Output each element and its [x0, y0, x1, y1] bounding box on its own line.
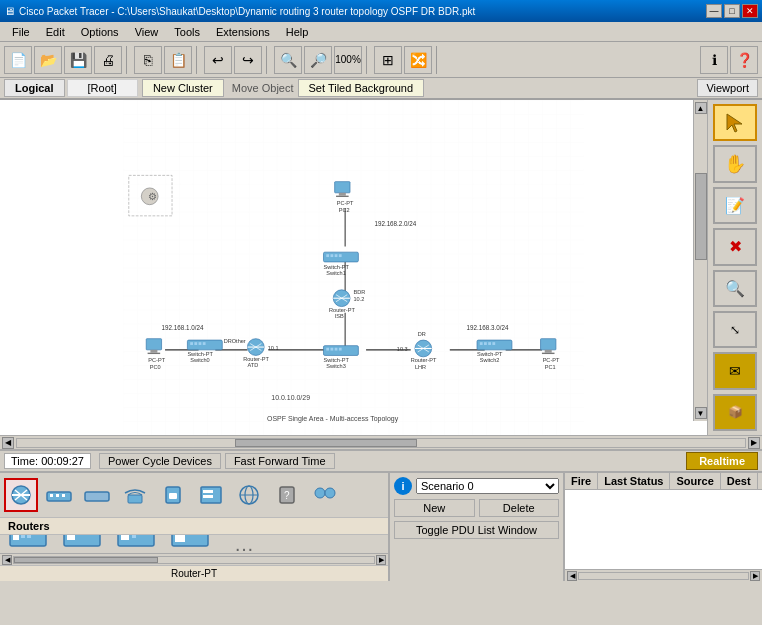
svg-text:Switch-PT: Switch-PT [187, 351, 213, 357]
viewport-button[interactable]: Viewport [697, 79, 758, 97]
select-tool-button[interactable] [713, 104, 757, 141]
hand-tool-button[interactable]: ✋ [713, 145, 757, 182]
svg-rect-93 [62, 494, 65, 497]
canvas[interactable]: PC-PT PC2 Switch-PT Switch1 Router-PT [0, 100, 707, 435]
zoom-reset-button[interactable]: 100% [334, 46, 362, 74]
toggle-pdu-button[interactable]: Toggle PDU List Window [394, 521, 559, 539]
copy-button[interactable]: ⎘ [134, 46, 162, 74]
redo-button[interactable]: ↪ [234, 46, 262, 74]
hubs-category-button[interactable] [80, 478, 114, 512]
svg-text:ATD: ATD [247, 362, 258, 368]
app-icon: 🖥 [4, 5, 15, 17]
svg-rect-94 [85, 492, 109, 501]
fire-panel-scrollbar[interactable]: ◀ ▶ [565, 569, 762, 581]
open-button[interactable]: 📂 [34, 46, 62, 74]
router-icon-tb[interactable]: 🔀 [404, 46, 432, 74]
menu-help[interactable]: Help [278, 24, 317, 40]
sub-device-2811[interactable]: 2811 [166, 535, 214, 553]
undo-button[interactable]: ↩ [204, 46, 232, 74]
svg-rect-91 [50, 494, 53, 497]
note-tool-button[interactable]: 📝 [713, 187, 757, 224]
svg-text:10.0.10.0/29: 10.0.10.0/29 [271, 394, 310, 401]
help-tb-button[interactable]: ❓ [730, 46, 758, 74]
menu-edit[interactable]: Edit [38, 24, 73, 40]
svg-text:10.1: 10.1 [268, 345, 279, 351]
router-pt-label: Router-PT [0, 565, 388, 581]
titlebar: 🖥 Cisco Packet Tracer - C:\Users\Shaukat… [0, 0, 762, 22]
svg-rect-68 [488, 342, 491, 345]
svg-rect-115 [121, 535, 129, 540]
security-category-button[interactable] [156, 478, 190, 512]
svg-text:DR: DR [418, 331, 426, 337]
root-label: [Root] [67, 79, 138, 97]
close-button[interactable]: ✕ [742, 4, 758, 18]
menu-extensions[interactable]: Extensions [208, 24, 278, 40]
zoom-in-button[interactable]: 🔍 [274, 46, 302, 74]
menu-tools[interactable]: Tools [166, 24, 208, 40]
svg-rect-46 [203, 342, 206, 345]
palette-button[interactable]: ⊞ [374, 46, 402, 74]
maximize-button[interactable]: □ [724, 4, 740, 18]
routers-category-button[interactable] [4, 478, 38, 512]
window-controls: — □ ✕ [706, 4, 758, 18]
svg-rect-18 [335, 254, 338, 257]
switches-category-button[interactable] [42, 478, 76, 512]
svg-text:10.3: 10.3 [397, 346, 408, 352]
multiuser-category-button[interactable] [308, 478, 342, 512]
sub-device-1841[interactable]: 1841 [4, 535, 52, 553]
logical-button[interactable]: Logical [4, 79, 65, 97]
pdu-simple-button[interactable]: ✉ [713, 352, 757, 389]
sep4 [366, 46, 370, 74]
new-button[interactable]: 📄 [4, 46, 32, 74]
svg-rect-69 [492, 342, 495, 345]
svg-text:PC-PT: PC-PT [543, 357, 560, 363]
zoom-out-button[interactable]: 🔎 [304, 46, 332, 74]
svg-text:⚙: ⚙ [148, 191, 157, 202]
menu-view[interactable]: View [127, 24, 167, 40]
print-button[interactable]: 🖨 [94, 46, 122, 74]
custom-category-button[interactable]: ? [270, 478, 304, 512]
resize-tool-button[interactable]: ⤡ [713, 311, 757, 348]
fire-panel: Fire Last Status Source Dest ◀ ▶ [565, 473, 762, 581]
svg-text:Switch-PT: Switch-PT [323, 357, 349, 363]
svg-point-106 [315, 488, 325, 498]
new-scenario-button[interactable]: New [394, 499, 475, 517]
wireless-category-button[interactable] [118, 478, 152, 512]
svg-text:BDR: BDR [354, 289, 366, 295]
info-button[interactable]: ℹ [700, 46, 728, 74]
svg-rect-11 [339, 193, 346, 196]
fast-forward-button[interactable]: Fast Forward Time [225, 453, 335, 469]
sub-device-2620xm[interactable]: 2620XM [58, 535, 106, 553]
paste-button[interactable]: 📋 [164, 46, 192, 74]
scenario-buttons: New Delete [394, 499, 559, 517]
sub-device-more[interactable]: … [220, 535, 268, 553]
svg-text:ISB: ISB [335, 313, 344, 319]
svg-text:Switch-PT: Switch-PT [477, 351, 503, 357]
set-tiled-bg-button[interactable]: Set Tiled Background [298, 79, 425, 97]
svg-text:Router-PT: Router-PT [411, 357, 437, 363]
sub-device-2621xm[interactable]: 2621XM [112, 535, 160, 553]
horizontal-scrollbar[interactable]: ◀ ▶ [0, 435, 762, 449]
svg-rect-116 [132, 535, 136, 538]
wan-category-button[interactable] [232, 478, 266, 512]
realtime-button[interactable]: Realtime [686, 452, 758, 470]
scenario-select[interactable]: Scenario 0 [416, 478, 559, 494]
svg-marker-85 [727, 114, 742, 132]
svg-text:PC1: PC1 [545, 364, 556, 370]
svg-text:10.2: 10.2 [354, 296, 365, 302]
menu-file[interactable]: File [4, 24, 38, 40]
power-cycle-button[interactable]: Power Cycle Devices [99, 453, 221, 469]
new-cluster-button[interactable]: New Cluster [142, 79, 224, 97]
sub-device-scrollbar[interactable]: ◀ ▶ [0, 553, 388, 565]
minimize-button[interactable]: — [706, 4, 722, 18]
save-button[interactable]: 💾 [64, 46, 92, 74]
delete-scenario-button[interactable]: Delete [479, 499, 560, 517]
servers-category-button[interactable] [194, 478, 228, 512]
svg-rect-33 [335, 348, 338, 351]
inspect-tool-button[interactable]: 🔍 [713, 270, 757, 307]
menu-options[interactable]: Options [73, 24, 127, 40]
delete-tool-button[interactable]: ✖ [713, 228, 757, 265]
pdu-complex-button[interactable]: 📦 [713, 394, 757, 431]
vertical-scrollbar[interactable]: ▲ ▼ [693, 100, 707, 421]
fire-panel-header: Fire Last Status Source Dest [565, 473, 762, 490]
